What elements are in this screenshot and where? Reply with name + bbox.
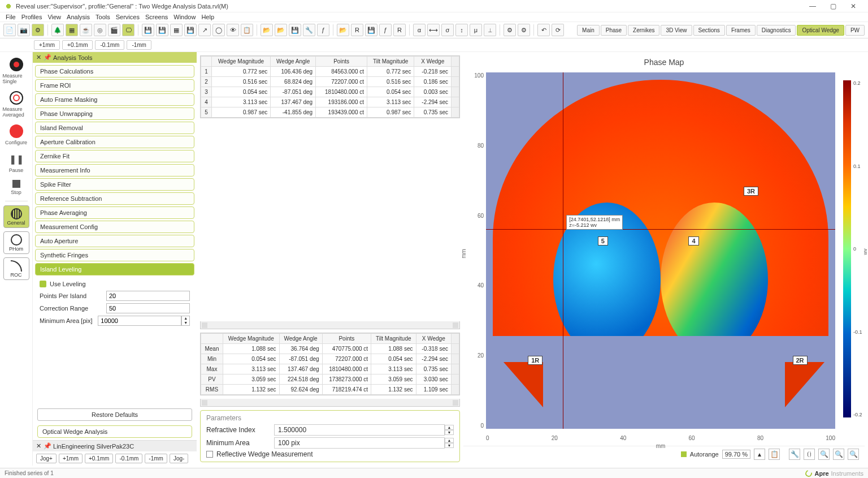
tb-level-icon[interactable]: ⟷ <box>427 24 440 36</box>
tile-phom[interactable]: PHom <box>3 231 29 254</box>
tool-aperture-cal[interactable]: Aperture Calibration <box>35 136 194 148</box>
tab-phase[interactable]: Phase <box>601 25 627 36</box>
pause-button[interactable]: ❚❚ Pause <box>3 149 30 176</box>
tools-pin-icon[interactable]: 📌 <box>44 54 51 61</box>
tb-cup-icon[interactable]: ☕ <box>80 24 92 36</box>
tb-folder3-icon[interactable]: 📂 <box>337 24 349 36</box>
tb-save3-icon[interactable]: 💾 <box>365 24 377 36</box>
jog-minus-1mm[interactable]: -1mm <box>127 40 151 50</box>
menu-view[interactable]: View <box>47 14 61 20</box>
tab-3dview[interactable]: 3D View <box>661 25 692 36</box>
configure-button[interactable]: Configure <box>3 121 30 149</box>
tab-frames[interactable]: Frames <box>726 25 756 36</box>
motor-minus-01mm[interactable]: -0.1mm <box>115 454 142 463</box>
menu-analysis[interactable]: Analysis <box>67 14 90 20</box>
tb-refresh-icon[interactable]: ⟳ <box>552 24 564 36</box>
tool-synth-fringes[interactable]: Synthetic Fringes <box>35 249 194 261</box>
use-leveling-checkbox[interactable]: Use Leveling <box>40 281 190 287</box>
tb-cam-icon[interactable]: 📷 <box>18 24 30 36</box>
tb-tilt-icon[interactable]: ↕ <box>455 24 468 36</box>
menu-screens[interactable]: Screens <box>145 14 168 20</box>
tb-saveas-icon[interactable]: 💾 <box>156 24 168 36</box>
tb-save2-icon[interactable]: 💾 <box>289 24 301 36</box>
motor-jog-minus[interactable]: Jog- <box>170 454 188 463</box>
tool-island-leveling[interactable]: Island Leveling <box>35 263 194 275</box>
tb-mu-icon[interactable]: μ <box>470 24 482 36</box>
menu-window[interactable]: Window <box>173 14 196 20</box>
pma-spinner[interactable]: ▲▼ <box>445 438 454 448</box>
pma-value[interactable]: 100 pix <box>274 437 445 449</box>
wrench-icon[interactable]: 🔧 <box>789 449 800 460</box>
jog-plus-01mm[interactable]: +0.1mm <box>62 40 93 50</box>
tool-meas-info[interactable]: Measurement Info <box>35 164 194 176</box>
ma-spinner[interactable]: ▲▼ <box>181 316 190 326</box>
tab-pw[interactable]: PW <box>845 25 865 36</box>
tb-motor-icon[interactable]: ⚙ <box>32 24 44 36</box>
menu-services[interactable]: Services <box>116 14 140 20</box>
bracket-icon[interactable]: ⟮⟯ <box>804 449 815 460</box>
tab-optical-wedge[interactable]: Optical Wedge <box>797 25 844 36</box>
zoom-icon-3[interactable]: 🔍 <box>848 449 859 460</box>
tab-main[interactable]: Main <box>577 25 600 36</box>
tool-spike-filter[interactable]: Spike Filter <box>35 178 194 191</box>
zoom-icon-1[interactable]: 🔍 <box>818 449 830 460</box>
tab-sections[interactable]: Sections <box>693 25 725 36</box>
h-scrollbar-1[interactable] <box>200 321 460 329</box>
phase-map-plot[interactable]: 3R 5 4 1R 2R [24.7401,52.1218] mm z=-5.2… <box>486 72 835 429</box>
tool-ref-sub[interactable]: Reference Subtraction <box>35 192 194 205</box>
tb-screen-icon[interactable]: 🖵 <box>122 24 134 36</box>
tab-diagnostics[interactable]: Diagnostics <box>757 25 796 36</box>
tools-close-icon[interactable]: ✕ <box>36 54 41 61</box>
menu-tools[interactable]: Tools <box>96 14 110 20</box>
tb-fxab2-icon[interactable]: ƒ <box>379 24 392 36</box>
tb-wrench-icon[interactable]: 🔧 <box>303 24 315 36</box>
optical-wedge-box[interactable]: Optical Wedge Analysis <box>37 425 192 438</box>
tb-raw-icon[interactable]: R <box>351 24 363 36</box>
reflective-checkbox[interactable]: Reflective Wedge Measurement <box>206 450 454 458</box>
cr-input[interactable] <box>106 303 190 313</box>
tb-circle-icon[interactable]: ◯ <box>212 24 225 36</box>
tool-zernike-fit[interactable]: Zernike Fit <box>35 150 194 162</box>
motor-close-icon[interactable]: ✕ <box>36 442 41 450</box>
ri-value[interactable]: 1.500000 <box>274 424 445 436</box>
tb-clip-icon[interactable]: 📋 <box>241 24 253 36</box>
tab-zernikes[interactable]: Zernikes <box>628 25 659 36</box>
tb-undo-icon[interactable]: ↶ <box>537 24 550 36</box>
tool-island-removal[interactable]: Island Removal <box>35 122 194 134</box>
measure-averaged-button[interactable]: Measure Averaged <box>3 88 30 121</box>
ppi-input[interactable] <box>106 291 190 301</box>
tb-raw2-icon[interactable]: R <box>393 24 406 36</box>
motor-minus-1mm[interactable]: -1mm <box>145 454 167 463</box>
tb-alpha-icon[interactable]: α <box>413 24 426 36</box>
chart-area[interactable]: 3R 5 4 1R 2R [24.7401,52.1218] mm z=-5.2… <box>463 69 865 446</box>
measure-single-button[interactable]: Measure Single <box>3 54 30 88</box>
h-scrollbar-2[interactable] <box>200 399 460 407</box>
tb-export-icon[interactable]: ↗ <box>198 24 211 36</box>
tile-general[interactable]: General <box>3 205 29 228</box>
motor-jog-plus[interactable]: Jog+ <box>36 454 57 463</box>
scroll-gutter[interactable] <box>452 334 459 344</box>
tool-meas-config[interactable]: Measurement Config <box>35 221 194 233</box>
menu-profiles[interactable]: Profiles <box>21 14 42 20</box>
tb-open-icon[interactable]: 📂 <box>261 24 273 36</box>
close-button[interactable]: ✕ <box>843 0 863 12</box>
scroll-gutter[interactable] <box>452 57 459 67</box>
tb-gear2-icon[interactable]: ⚙ <box>518 24 530 36</box>
tb-base-icon[interactable]: ⟂ <box>484 24 496 36</box>
autorange-value[interactable]: 99.70 % <box>722 450 750 459</box>
jog-minus-01mm[interactable]: -0.1mm <box>95 40 124 50</box>
clipboard-icon[interactable]: 📋 <box>769 449 780 460</box>
tool-auto-mask[interactable]: Auto Frame Masking <box>35 93 194 106</box>
autorange-spin[interactable]: ▴ <box>754 449 765 460</box>
motor-plus-1mm[interactable]: +1mm <box>59 454 83 463</box>
tb-save-icon[interactable]: 💾 <box>142 24 154 36</box>
tool-frame-roi[interactable]: Frame ROI <box>35 79 194 92</box>
zoom-icon-2[interactable]: 🔍 <box>833 449 844 460</box>
tool-phase-unwrap[interactable]: Phase Unwrapping <box>35 107 194 120</box>
tb-raster-icon[interactable]: ▦ <box>170 24 183 36</box>
tool-phase-calc[interactable]: Phase Calculations <box>35 65 194 77</box>
ri-spinner[interactable]: ▲▼ <box>445 425 454 435</box>
minimize-button[interactable]: — <box>802 0 823 12</box>
restore-defaults-button[interactable]: Restore Defaults <box>37 408 192 421</box>
tb-new-icon[interactable]: 📄 <box>3 24 16 36</box>
